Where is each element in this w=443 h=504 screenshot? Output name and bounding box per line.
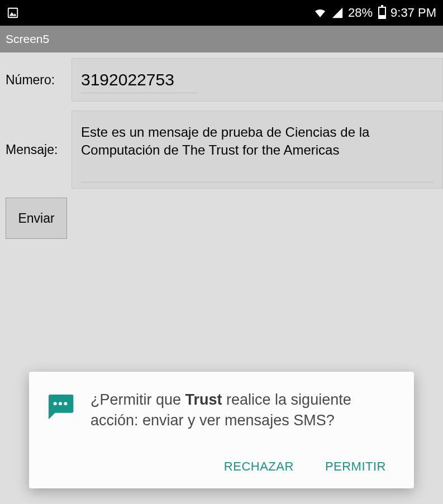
dialog-actions: RECHAZAR PERMITIR <box>45 455 394 478</box>
sms-icon <box>45 391 76 422</box>
permission-dialog: ¿Permitir que Trust realice la siguiente… <box>29 372 414 488</box>
message-row: Mensaje: Este es un mensaje de prueba de… <box>0 111 443 189</box>
allow-button[interactable]: PERMITIR <box>323 455 388 478</box>
svg-rect-0 <box>8 8 18 18</box>
svg-point-4 <box>59 402 62 405</box>
number-value: 3192022753 <box>81 70 174 89</box>
screen-title: Screen5 <box>6 32 49 46</box>
svg-point-5 <box>64 402 67 405</box>
battery-icon <box>377 7 386 19</box>
reject-button[interactable]: RECHAZAR <box>222 455 296 478</box>
message-value: Este es un mensaje de prueba de Ciencias… <box>81 124 369 157</box>
status-right: 28% 9:37 PM <box>313 6 436 20</box>
battery-percent: 28% <box>348 6 373 20</box>
input-underline <box>81 182 434 183</box>
send-button[interactable]: Enviar <box>6 198 67 239</box>
cell-signal-icon <box>331 7 344 19</box>
message-input[interactable]: Este es un mensaje de prueba de Ciencias… <box>72 111 443 189</box>
number-label: Número: <box>0 73 66 88</box>
number-row: Número: 3192022753 <box>0 58 443 102</box>
svg-marker-1 <box>9 12 17 16</box>
status-bar: 28% 9:37 PM <box>0 0 443 26</box>
svg-point-3 <box>54 402 57 405</box>
svg-marker-2 <box>332 8 342 18</box>
app-title-bar: Screen5 <box>0 26 443 52</box>
send-button-label: Enviar <box>18 211 54 226</box>
message-label: Mensaje: <box>0 142 66 157</box>
dialog-text: ¿Permitir que Trust realice la siguiente… <box>90 390 394 430</box>
dialog-body: ¿Permitir que Trust realice la siguiente… <box>45 390 394 430</box>
wifi-icon <box>313 6 327 20</box>
image-icon <box>7 7 19 19</box>
dialog-app-name: Trust <box>185 391 222 408</box>
clock: 9:37 PM <box>390 6 436 20</box>
main-content: Número: 3192022753 Mensaje: Este es un m… <box>0 52 443 504</box>
dialog-text-prefix: ¿Permitir que <box>90 391 185 408</box>
status-left <box>7 7 19 19</box>
number-input[interactable]: 3192022753 <box>72 58 443 102</box>
input-underline <box>81 93 198 93</box>
